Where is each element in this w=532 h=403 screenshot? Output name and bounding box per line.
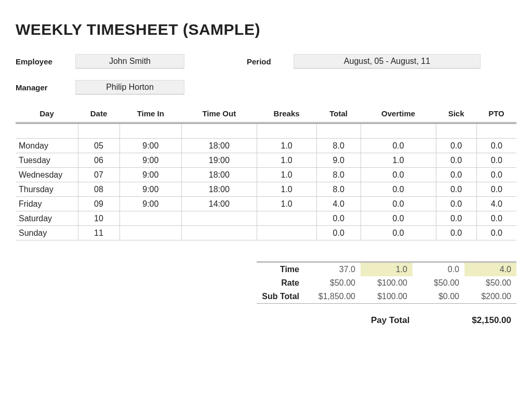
- cell-pto[interactable]: 0.0: [476, 182, 516, 197]
- cell-total[interactable]: 0.0: [316, 226, 361, 240]
- summary-subtotal-label: Sub Total: [257, 290, 309, 304]
- summary-rate-overtime: $100.00: [361, 276, 413, 290]
- cell-time-in[interactable]: [119, 226, 182, 240]
- cell-sick[interactable]: 0.0: [436, 182, 476, 197]
- cell-day[interactable]: Sunday: [16, 226, 78, 240]
- col-time-out: Time Out: [182, 106, 257, 123]
- cell-sick[interactable]: 0.0: [436, 168, 476, 182]
- cell-pto[interactable]: 0.0: [476, 168, 516, 182]
- cell-breaks[interactable]: [257, 226, 316, 240]
- cell-time-in[interactable]: 9:00: [119, 182, 182, 197]
- cell-time-out[interactable]: 19:00: [182, 153, 257, 168]
- pay-total-label: Pay Total: [371, 315, 409, 326]
- cell-time-in[interactable]: 9:00: [119, 197, 182, 211]
- cell-time-out[interactable]: 18:00: [182, 139, 257, 153]
- summary-table: Time 37.0 1.0 0.0 4.0 Rate $50.00 $100.0…: [257, 261, 516, 304]
- cell-date[interactable]: 11: [78, 226, 119, 240]
- cell-pto[interactable]: 0.0: [476, 153, 516, 168]
- cell-time-out[interactable]: 18:00: [182, 168, 257, 182]
- summary-rate-row: Rate $50.00 $100.00 $50.00 $50.00: [257, 276, 516, 290]
- cell-pto[interactable]: 0.0: [476, 211, 516, 226]
- cell-sick[interactable]: 0.0: [436, 226, 476, 240]
- summary-time-label: Time: [257, 263, 309, 276]
- cell-time-out[interactable]: [182, 211, 257, 226]
- col-time-in: Time In: [119, 106, 182, 123]
- cell-total[interactable]: 8.0: [316, 182, 361, 197]
- table-row: Monday059:0018:001.08.00.00.00.0: [16, 139, 516, 153]
- cell-total[interactable]: 8.0: [316, 139, 361, 153]
- page-title: WEEKLY TIMESHEET (SAMPLE): [16, 21, 516, 38]
- cell-total[interactable]: 8.0: [316, 168, 361, 182]
- summary-subtotal-row: Sub Total $1,850.00 $100.00 $0.00 $200.0…: [257, 290, 516, 304]
- cell-time-in[interactable]: [119, 211, 182, 226]
- period-field[interactable]: August, 05 - August, 11: [294, 54, 481, 69]
- cell-breaks[interactable]: 1.0: [257, 182, 316, 197]
- col-sick: Sick: [436, 106, 476, 123]
- timesheet-table: Day Date Time In Time Out Breaks Total O…: [16, 106, 516, 240]
- cell-day[interactable]: Tuesday: [16, 153, 78, 168]
- table-row: Saturday100.00.00.00.0: [16, 211, 516, 226]
- summary-subtotal-pto: $200.00: [464, 290, 516, 304]
- cell-overtime[interactable]: 0.0: [361, 197, 436, 211]
- cell-date[interactable]: 08: [78, 182, 119, 197]
- cell-day[interactable]: Friday: [16, 197, 78, 211]
- table-row: Thursday089:0018:001.08.00.00.00.0: [16, 182, 516, 197]
- summary-subtotal-total: $1,850.00: [309, 290, 361, 304]
- manager-field[interactable]: Philip Horton: [75, 80, 184, 95]
- cell-sick[interactable]: 0.0: [436, 211, 476, 226]
- pay-total-value: $2,150.00: [472, 315, 511, 326]
- col-breaks: Breaks: [257, 106, 316, 123]
- cell-sick[interactable]: 0.0: [436, 197, 476, 211]
- cell-breaks[interactable]: 1.0: [257, 197, 316, 211]
- cell-overtime[interactable]: 0.0: [361, 182, 436, 197]
- col-date: Date: [78, 106, 119, 123]
- table-row: Tuesday069:0019:001.09.01.00.00.0: [16, 153, 516, 168]
- cell-day[interactable]: Saturday: [16, 211, 78, 226]
- cell-breaks[interactable]: [257, 211, 316, 226]
- cell-sick[interactable]: 0.0: [436, 153, 476, 168]
- cell-date[interactable]: 05: [78, 139, 119, 153]
- table-row: Wednesday079:0018:001.08.00.00.00.0: [16, 168, 516, 182]
- col-pto: PTO: [476, 106, 516, 123]
- cell-date[interactable]: 07: [78, 168, 119, 182]
- cell-breaks[interactable]: 1.0: [257, 139, 316, 153]
- summary-subtotal-overtime: $100.00: [361, 290, 413, 304]
- employee-field[interactable]: John Smith: [75, 54, 184, 69]
- cell-time-in[interactable]: 9:00: [119, 168, 182, 182]
- cell-time-out[interactable]: 14:00: [182, 197, 257, 211]
- cell-day[interactable]: Wednesday: [16, 168, 78, 182]
- cell-time-in[interactable]: 9:00: [119, 153, 182, 168]
- cell-pto[interactable]: 0.0: [476, 139, 516, 153]
- cell-overtime[interactable]: 0.0: [361, 211, 436, 226]
- cell-breaks[interactable]: 1.0: [257, 168, 316, 182]
- cell-time-out[interactable]: 18:00: [182, 182, 257, 197]
- period-label: Period: [247, 57, 283, 66]
- cell-time-in[interactable]: 9:00: [119, 139, 182, 153]
- summary-time-total: 37.0: [309, 263, 361, 276]
- summary-subtotal-sick: $0.00: [413, 290, 464, 304]
- cell-sick[interactable]: 0.0: [436, 139, 476, 153]
- cell-pto[interactable]: 4.0: [476, 197, 516, 211]
- summary-time-overtime: 1.0: [361, 263, 413, 276]
- summary-rate-pto: $50.00: [464, 276, 516, 290]
- cell-day[interactable]: Thursday: [16, 182, 78, 197]
- cell-total[interactable]: 4.0: [316, 197, 361, 211]
- cell-overtime[interactable]: 0.0: [361, 168, 436, 182]
- cell-day[interactable]: Monday: [16, 139, 78, 153]
- cell-overtime[interactable]: 0.0: [361, 139, 436, 153]
- cell-date[interactable]: 09: [78, 197, 119, 211]
- summary-time-pto: 4.0: [464, 263, 516, 276]
- cell-total[interactable]: 0.0: [316, 211, 361, 226]
- cell-time-out[interactable]: [182, 226, 257, 240]
- summary-time-sick: 0.0: [413, 263, 464, 276]
- cell-date[interactable]: 10: [78, 211, 119, 226]
- cell-overtime[interactable]: 1.0: [361, 153, 436, 168]
- cell-pto[interactable]: 0.0: [476, 226, 516, 240]
- cell-date[interactable]: 06: [78, 153, 119, 168]
- cell-overtime[interactable]: 0.0: [361, 226, 436, 240]
- cell-breaks[interactable]: 1.0: [257, 153, 316, 168]
- meta-section: Employee John Smith Period August, 05 - …: [16, 54, 516, 95]
- cell-total[interactable]: 9.0: [316, 153, 361, 168]
- table-row: Friday099:0014:001.04.00.00.04.0: [16, 197, 516, 211]
- summary-rate-label: Rate: [257, 276, 309, 290]
